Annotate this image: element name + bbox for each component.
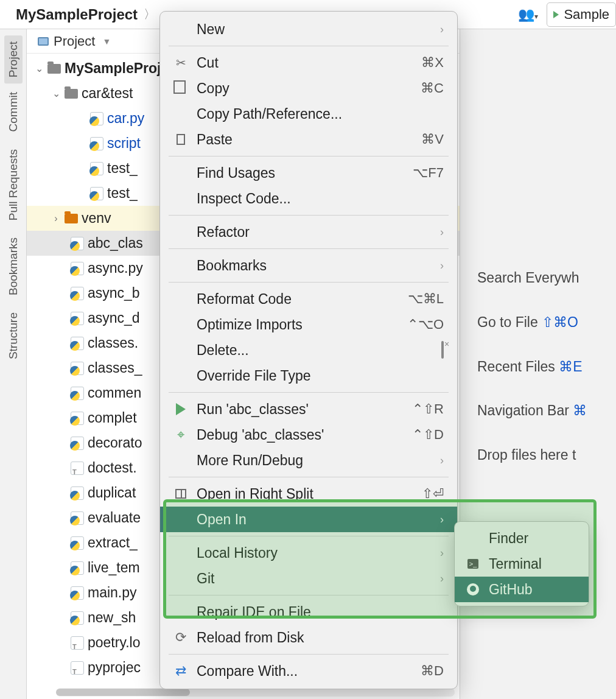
scrollbar-thumb[interactable]	[56, 689, 190, 696]
menu-open-in[interactable]: Open In›	[160, 507, 457, 532]
menu-open-in-right-split[interactable]: Open in Right Split⇧⏎	[160, 481, 457, 507]
tool-window-stripe-left: Project Commit Pull Requests Bookmarks S…	[0, 29, 27, 699]
menu-local-history[interactable]: Local History›	[160, 540, 457, 566]
menu-separator	[169, 215, 449, 216]
python-file-icon	[71, 312, 84, 325]
scissors-icon: ✂	[176, 55, 186, 70]
menu-reload-from-disk[interactable]: ⟳Reload from Disk	[160, 625, 457, 650]
menu-repair-ide[interactable]: Repair IDE on File	[160, 599, 457, 625]
breadcrumb-separator-icon: 〉	[144, 6, 156, 23]
python-file-icon	[71, 362, 84, 375]
copy-icon	[176, 83, 186, 94]
chevron-right-icon: ›	[440, 547, 444, 560]
python-file-icon	[71, 412, 84, 425]
clipboard-icon	[177, 134, 185, 145]
menu-separator	[169, 248, 449, 249]
chevron-down-icon: ▼	[102, 37, 111, 46]
run-icon	[553, 11, 559, 18]
menu-separator	[169, 392, 449, 393]
python-file-icon	[71, 611, 84, 625]
menu-new[interactable]: New›	[160, 16, 457, 42]
python-file-icon	[71, 437, 84, 450]
hint-drop-files: Drop files here t	[477, 444, 616, 466]
context-menu: New› ✂Cut⌘X Copy⌘C Copy Path/Reference..…	[159, 11, 458, 689]
run-configuration-selector[interactable]: Sample	[547, 2, 616, 27]
python-file-icon	[71, 262, 84, 275]
python-file-icon	[71, 486, 84, 500]
menu-paste[interactable]: Paste⌘V	[160, 127, 457, 152]
horizontal-scrollbar[interactable]	[56, 688, 455, 697]
hint-navigation-bar: Navigation Bar ⌘	[477, 399, 616, 422]
tool-window-structure[interactable]: Structure	[7, 304, 20, 368]
python-file-icon	[90, 162, 103, 175]
python-file-icon	[71, 511, 84, 525]
python-file-icon	[71, 237, 84, 250]
submenu-finder[interactable]: Finder	[455, 525, 589, 551]
python-file-icon	[90, 187, 103, 200]
python-file-icon	[90, 137, 103, 150]
project-icon	[38, 37, 49, 46]
python-file-icon	[71, 337, 84, 350]
bug-icon: ⌖	[177, 427, 184, 443]
github-icon	[467, 583, 479, 595]
menu-refactor[interactable]: Refactor›	[160, 219, 457, 245]
menu-separator	[169, 536, 449, 536]
python-file-icon	[71, 387, 84, 400]
menu-bookmarks[interactable]: Bookmarks›	[160, 253, 457, 278]
chevron-right-icon: ›	[440, 259, 444, 272]
folder-icon	[65, 89, 78, 99]
chevron-right-icon: ›	[440, 513, 444, 526]
compare-icon: ⇄	[175, 663, 186, 679]
text-file-icon	[71, 462, 84, 475]
folder-icon	[65, 214, 78, 223]
menu-separator	[169, 595, 449, 595]
python-file-icon	[71, 561, 84, 575]
breadcrumb-root[interactable]: MySampleProject	[16, 6, 138, 23]
menu-reformat-code[interactable]: Reformat Code⌥⌘L	[160, 286, 457, 312]
menu-separator	[169, 477, 449, 477]
delete-icon	[441, 341, 444, 359]
open-in-submenu: Finder >_Terminal GitHub	[454, 521, 589, 606]
project-view-label: Project	[54, 33, 95, 49]
python-file-icon	[71, 287, 84, 300]
menu-override-file-type[interactable]: Override File Type	[160, 363, 457, 388]
terminal-icon: >_	[467, 559, 478, 569]
chevron-right-icon: ›	[440, 572, 444, 585]
menu-inspect-code[interactable]: Inspect Code...	[160, 186, 457, 211]
chevron-right-icon: ›	[440, 454, 444, 467]
reload-icon: ⟳	[175, 630, 186, 645]
hint-go-to-file: Go to File ⇧⌘O	[477, 311, 616, 334]
run-config-label: Sample	[564, 7, 609, 23]
split-icon	[175, 489, 186, 499]
folder-icon	[47, 64, 61, 74]
menu-find-usages[interactable]: Find Usages⌥F7	[160, 160, 457, 186]
hint-search-everywhere: Search Everywh	[477, 267, 616, 289]
hint-recent-files: Recent Files ⌘E	[477, 356, 616, 378]
menu-optimize-imports[interactable]: Optimize Imports⌃⌥O	[160, 312, 457, 337]
menu-cut[interactable]: ✂Cut⌘X	[160, 50, 457, 76]
submenu-github[interactable]: GitHub	[455, 577, 589, 602]
menu-run[interactable]: Run 'abc_classes'⌃⇧R	[160, 396, 457, 422]
menu-copy[interactable]: Copy⌘C	[160, 76, 457, 101]
tool-window-pull-requests[interactable]: Pull Requests	[7, 141, 20, 229]
menu-git[interactable]: Git›	[160, 566, 457, 591]
menu-separator	[169, 654, 449, 655]
run-icon	[176, 403, 186, 415]
tool-window-commit[interactable]: Commit	[7, 83, 20, 140]
text-file-icon	[71, 636, 84, 650]
menu-more-run-debug[interactable]: More Run/Debug›	[160, 448, 457, 473]
chevron-right-icon: ›	[440, 23, 444, 36]
menu-separator	[169, 282, 449, 283]
chevron-right-icon: ›	[440, 226, 444, 239]
submenu-terminal[interactable]: >_Terminal	[455, 551, 589, 577]
user-icon[interactable]: 👥▾	[518, 7, 538, 23]
menu-separator	[169, 46, 449, 46]
tool-window-project[interactable]: Project	[4, 35, 23, 83]
tool-window-bookmarks[interactable]: Bookmarks	[7, 229, 20, 304]
menu-copy-path[interactable]: Copy Path/Reference...	[160, 101, 457, 127]
menu-delete[interactable]: Delete...	[160, 337, 457, 363]
menu-debug[interactable]: ⌖Debug 'abc_classes'⌃⇧D	[160, 422, 457, 448]
python-file-icon	[71, 536, 84, 550]
menu-compare-with[interactable]: ⇄Compare With...⌘D	[160, 658, 457, 684]
python-file-icon	[71, 586, 84, 600]
